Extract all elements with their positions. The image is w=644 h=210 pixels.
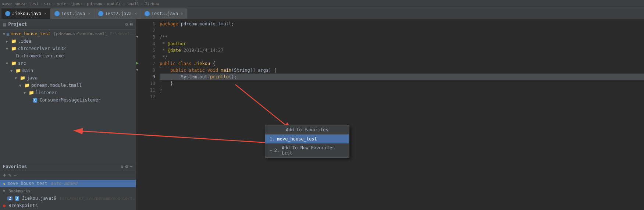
tab-test-java[interactable]: Test.java ✕ [51,8,95,19]
code-editor[interactable]: ▼ ▶ ▼ 1 2 3 4 [136,19,644,210]
expand-arrow: ▼ [24,91,27,95]
tree-chromedriver-label: chromedriver_win32 [18,46,66,51]
collapse-icon-3[interactable]: ▼ [136,35,138,39]
tab-close-button-3[interactable]: ✕ [135,11,137,15]
tree-item-chromedriver[interactable]: ▼ 📁 chromedriver_win32 [0,45,136,52]
ctx-item-label-1: move_house_test [277,136,317,142]
favorites-section-bookmarks: ▼ Bookmarks [0,187,136,195]
tree-pdream-label: pdream.module.tmall [31,83,82,88]
nav-item-tmall[interactable]: tmall [127,1,139,6]
expand-arrow: ▼ [6,47,10,51]
gutter-line-7: ▶ [136,60,143,67]
gutter-line-9 [136,74,143,80]
java-file-icon-3 [98,11,103,16]
project-panel-header: ▤ Project ⚙ ⊟ [0,19,136,29]
tab-label: Test.java [61,11,85,16]
favorites-toolbar: + ✎ − [0,171,136,179]
tree-listener-label: listener [36,90,57,95]
tree-item-listener[interactable]: ▼ 📁 listener [0,89,136,96]
add-new-favorites-icon: ✛ [270,148,272,153]
project-panel-icons: ⚙ ⊟ [125,22,133,27]
favorites-item-move-house[interactable]: ★ move_house_test auto-added [0,180,136,187]
gutter-line-11 [136,87,143,93]
fav-label: move_house_test [7,181,47,186]
tree-item-src[interactable]: ▼ 📁 src [0,60,136,67]
favorites-sort-icon[interactable]: ⇅ [121,164,124,169]
code-line-1: package pdream.module.tmall; [160,21,644,27]
favorites-settings-icon[interactable]: ⚙ [125,164,128,169]
nav-item-java[interactable]: java [72,1,82,6]
tab-close-button-2[interactable]: ✕ [88,11,90,15]
favorites-minimize-icon[interactable]: − [130,164,133,169]
nav-item-main[interactable]: main [57,1,67,6]
tree-root-label: move_house_test [11,31,50,36]
tab-test3-java[interactable]: Test3.java ✕ [141,8,187,19]
code-line-12 [160,93,644,100]
context-menu: Add to Favorites 1. move_house_test ✛ 2.… [265,125,349,158]
tree-idea-label: .idea [18,39,31,44]
code-line-4: * @author [160,40,644,47]
java-class-icon: C [33,98,37,103]
tree-root[interactable]: ▼ ▤ move_house_test [pdream-selenuim-tam… [0,30,136,38]
run-icon[interactable]: ▶ [136,60,139,65]
ln-2: 2 [143,27,155,34]
code-line-7: public class Jiekou { [160,60,644,67]
tree-item-pdream[interactable]: ▼ 📁 pdream.module.tmall [0,82,136,89]
collapse-icon-8[interactable]: ▼ [136,68,138,72]
expand-arrow: ▼ [19,83,23,88]
chromedriver-folder-icon: 📁 [11,46,17,51]
ln-4: 4 [143,40,155,47]
nav-item-project[interactable]: move_house_test [2,1,39,6]
tree-item-consumer[interactable]: C ConsumerMessageListener [0,96,136,104]
gutter-line-10 [136,80,143,87]
project-tree: ▼ ▤ move_house_test [pdream-selenuim-tam… [0,29,136,162]
java-folder-icon: 📁 [20,75,25,81]
edit-favorite-button[interactable]: ✎ [8,172,11,178]
tree-item-main[interactable]: ▼ 📁 main [0,67,136,74]
tree-java-label: java [27,75,38,81]
context-menu-item-1[interactable]: 1. move_house_test [265,135,349,143]
code-line-9: System.out.println(); [160,74,644,80]
tab-close-button[interactable]: ✕ [44,11,46,15]
tab-test2-java[interactable]: Test2.java ✕ [95,8,141,19]
ln-8: 8 [143,67,155,74]
pdream-folder-icon: 📁 [24,83,30,88]
tab-label: Jiekou.java [12,11,41,16]
nav-item-src[interactable]: src [44,1,51,6]
settings-icon[interactable]: ⚙ [125,22,128,27]
context-menu-item-2[interactable]: ✛ 2. Add To New Favorites List [265,143,349,157]
ln-9: 9 [143,74,155,80]
ctx-item-num-2: 2. [274,148,280,153]
tree-item-java[interactable]: ▼ 📁 java [0,74,136,82]
collapse-icon[interactable]: ⊟ [130,22,133,27]
favorites-breakpoints[interactable]: ● Breakpoints [0,202,136,209]
bookmark-num-badge: 2 [7,196,13,200]
favorites-title: Favorites [3,164,27,169]
tree-main-label: main [22,68,33,73]
tab-jiekou-java[interactable]: Jiekou.java ✕ [1,8,51,19]
favorites-header: Favorites ⇅ ⚙ − [0,162,136,171]
tree-item-chromedriver-exe[interactable]: 🗋 chromedriver.exe [0,52,136,60]
remove-favorite-button[interactable]: − [14,172,17,178]
favorites-bookmark-jiekou[interactable]: 2 J Jiekou.java:9 (src/main/java/pdream/… [0,195,136,202]
gutter-line-12 [136,93,143,100]
tab-close-button-4[interactable]: ✕ [181,11,183,15]
nav-item-pdream[interactable]: pdream [87,1,102,6]
tree-consumer-label: ConsumerMessageListener [40,97,101,103]
nav-item-module[interactable]: module [107,1,122,6]
gutter-line-5 [136,47,143,54]
expand-arrow: ▼ [3,189,7,193]
java-file-icon-4 [145,11,150,16]
code-content[interactable]: package pdream.module.tmall; /** * @auth… [158,21,644,209]
add-favorite-button[interactable]: + [3,172,6,178]
nav-item-jiekou[interactable]: Jiekou [145,1,159,6]
tree-item-idea[interactable]: ▶ 📁 .idea [0,38,136,45]
src-folder-icon: 📁 [11,61,17,66]
gutter-line-2 [136,27,143,34]
expand-arrow: ▼ [3,32,5,36]
code-line-6: */ [160,54,644,60]
project-panel-title: Project [8,22,27,27]
bookmark-java-icon: J [15,196,19,201]
ln-3: 3 [143,34,155,40]
ln-5: 5 [143,47,155,54]
